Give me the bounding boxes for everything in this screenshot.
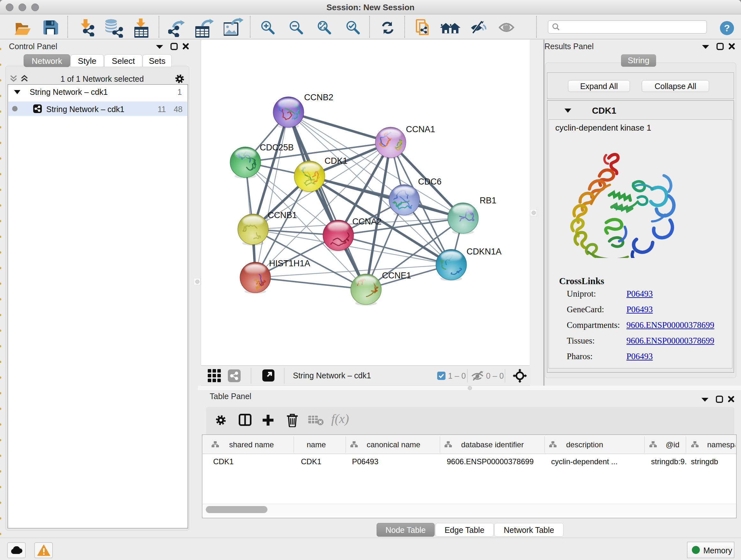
svg-text:CCNA2: CCNA2 <box>352 217 382 226</box>
svg-text:CCNB1: CCNB1 <box>268 210 297 220</box>
svg-text:CDK1: CDK1 <box>325 156 347 166</box>
svg-text:RB1: RB1 <box>480 196 496 205</box>
svg-text:CDC6: CDC6 <box>418 177 442 186</box>
svg-text:CDC25B: CDC25B <box>260 143 294 152</box>
svg-text:CCNE1: CCNE1 <box>382 271 411 280</box>
svg-text:?: ? <box>724 23 730 33</box>
svg-text:CCNA1: CCNA1 <box>406 125 435 134</box>
svg-text:CDKN1A: CDKN1A <box>467 247 502 256</box>
svg-text:CCNB2: CCNB2 <box>304 92 333 102</box>
svg-text:HIST1H1A: HIST1H1A <box>269 259 310 268</box>
